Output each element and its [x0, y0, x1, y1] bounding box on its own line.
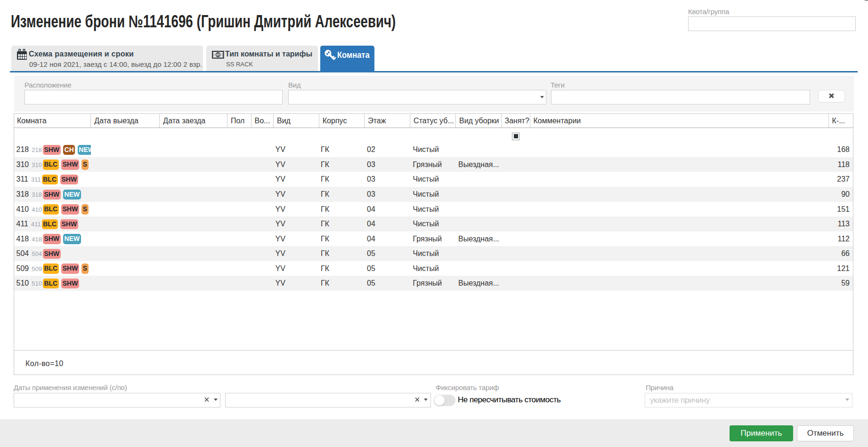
svg-text:1: 1	[217, 52, 219, 57]
